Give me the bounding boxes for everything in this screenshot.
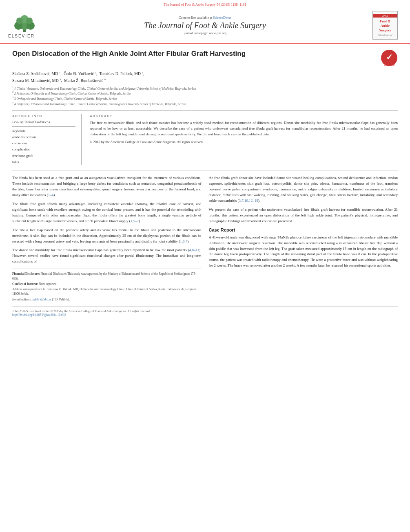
keyword-2: carcinoma [12, 140, 75, 146]
abstract-label: ABSTRACT [90, 114, 398, 118]
sciencedirect-text: Contents lists available at ScienceDirec… [41, 16, 369, 20]
elsevier-logo: ELSEVIER [8, 13, 41, 38]
ref-3-7-10-12-18[interactable]: 3,7,10,12–18 [239, 199, 258, 203]
info-abstract-section: ARTICLE INFO Level of Clinical Evidence:… [12, 114, 398, 165]
author-2: Čedo Đ. Vučković 2 [64, 71, 96, 76]
author-4: Suzana M. Milutinović, MD 3 [12, 78, 61, 83]
section-divider-1 [12, 110, 398, 111]
page: The Journal of Foot & Ankle Surgery 54 (… [0, 0, 410, 532]
affiliation-1: 1 1 Clinical Assistant, Orthopedic and T… [12, 86, 398, 91]
keyword-5: talus [12, 159, 75, 165]
bottom-bar: 1067-2516/$ - see front matter © 2015 by… [12, 307, 398, 318]
journal-title: The Journal of Foot & Ankle Surgery [41, 21, 369, 30]
abstract-text: The free microvascular fibula and soft t… [90, 120, 398, 145]
svg-text:✓: ✓ [386, 53, 393, 62]
author-5: Marko Ž. Bumbaširević 4 [64, 78, 106, 83]
svg-point-5 [16, 18, 23, 24]
level-value: 4 [49, 120, 50, 124]
elsevier-tree-icon [8, 13, 41, 33]
journal-citation-bar: The Journal of Foot & Ankle Surgery 54 (… [0, 0, 410, 8]
abstract-col: ABSTRACT The free microvascular fibula a… [90, 114, 398, 165]
sciencedirect-link[interactable]: ScienceDirect [213, 16, 231, 20]
body-left-col: The fibula has been used as a free graft… [12, 175, 202, 302]
body-right-para-2: We present the case of a patient who und… [209, 207, 398, 224]
body-para-4: The donor site morbidity for free fibula… [12, 247, 202, 265]
financial-disclosure: Financial Disclosure: Financial Disclosu… [12, 272, 202, 281]
elsevier-label: ELSEVIER [8, 34, 35, 38]
journal-header: ELSEVIER Contents lists available at Sci… [0, 8, 410, 44]
conflict-of-interest: Conflict of Interest: None reported. [12, 282, 202, 286]
article-content: Open Dislocation of the High Ankle Joint… [0, 44, 410, 322]
doi-link: http://dx.doi.org/10.1053/j.jfas.2014.10… [12, 313, 398, 317]
body-para-2: The fibula free graft affords many advan… [12, 201, 202, 224]
email-link[interactable]: palibrk@sbb.rs [33, 298, 51, 301]
ref-1-4[interactable]: 1–4 [48, 193, 54, 197]
level-label: Level of Clinical Evidence: [12, 120, 48, 124]
address-correspondence: Address correspondence to: Tomislav D. P… [12, 287, 202, 296]
author-3: Tomislav D. Palibrk, MD 3 [99, 71, 143, 76]
doi-anchor[interactable]: http://dx.doi.org/10.1053/j.jfas.2014.10… [12, 313, 66, 317]
keywords-label: Keywords: [12, 129, 75, 133]
body-para-1: The fibula has been used as a free graft… [12, 175, 202, 198]
affiliation-3: 3 3 Orthopedic and Traumatology Clinic, … [12, 96, 398, 101]
journal-citation: The Journal of Foot & Ankle Surgery 54 (… [164, 2, 246, 7]
journal-homepage: journal homepage: www.jfas.org [41, 31, 369, 35]
article-info-col: ARTICLE INFO Level of Clinical Evidence:… [12, 114, 82, 165]
journal-center-block: Contents lists available at ScienceDirec… [41, 16, 369, 35]
body-right-para-1: the free fibula graft donor site have in… [209, 175, 398, 204]
body-section: The fibula has been used as a free graft… [12, 175, 398, 302]
body-right-col: the free fibula graft donor site have in… [209, 175, 398, 302]
fas-title: Foot &AnkleSurgery [379, 19, 391, 32]
ref-1-6-7[interactable]: 1,6,7 [180, 239, 187, 243]
article-title-text: Open Dislocation of the High Ankle Joint… [12, 49, 381, 58]
article-title-row: Open Dislocation of the High Ankle Joint… [12, 49, 398, 66]
section-divider-2 [12, 170, 398, 170]
author-1: Slađana Z. Anđelković, MD 1 [12, 71, 60, 76]
ref-1-5-7[interactable]: 1,5–7 [131, 219, 139, 223]
email-address: E-mail address: palibrk@sbb.rs (T.D. Pal… [12, 297, 202, 302]
copyright-text: © 2015 by the American College of Foot a… [90, 139, 398, 145]
crossmark-icon[interactable]: ✓ CrossMark [381, 49, 398, 66]
keyword-3: complication [12, 146, 75, 152]
footer-notes: Financial Disclosure: Financial Disclosu… [12, 269, 202, 302]
body-para-3: The fibula free flap based on the perone… [12, 227, 202, 245]
keyword-1: ankle dislocation [12, 134, 75, 140]
level-evidence: Level of Clinical Evidence: 4 [12, 120, 75, 127]
affiliations: 1 1 Clinical Assistant, Orthopedic and T… [12, 86, 398, 106]
affiliation-4: 4 4 Professor, Orthopedic and Traumatolo… [12, 101, 398, 106]
svg-text:CrossMark: CrossMark [384, 64, 394, 66]
fas-logo-container: JFAS Foot &AnkleSurgery Official Journal [369, 11, 398, 40]
case-report-text: A 41-year-old male was diagnosed with st… [209, 235, 398, 269]
svg-point-6 [26, 18, 33, 24]
authors: Slađana Z. Anđelković, MD 1, Čedo Đ. Vuč… [12, 71, 398, 84]
keyword-4: free bone graft [12, 153, 75, 159]
fas-logo: JFAS Foot &AnkleSurgery Official Journal [372, 11, 398, 40]
affiliation-2: 2 2 Primarius, Orthopedic and Traumatolo… [12, 91, 398, 96]
ref-4-8-11[interactable]: 4,8–11 [189, 248, 199, 252]
article-info-label: ARTICLE INFO [12, 114, 75, 118]
case-report-heading: Case Report [209, 227, 398, 232]
fas-subtitle: Official Journal [378, 34, 392, 36]
issn-text: 1067-2516/$ - see front matter © 2015 by… [12, 309, 398, 313]
